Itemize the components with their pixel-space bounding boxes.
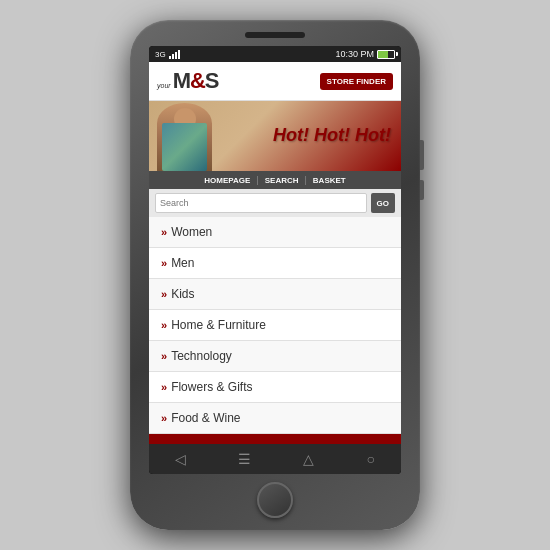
- ms-logo: your M&S: [157, 68, 219, 94]
- phone-bottom: [140, 482, 410, 518]
- logo-letters: M&S: [173, 68, 219, 94]
- nav-search[interactable]: SEARCH: [259, 176, 305, 185]
- menu-item-kids[interactable]: » Kids: [149, 279, 401, 310]
- search-bar: GO: [149, 189, 401, 217]
- battery-icon: [377, 50, 395, 59]
- status-right: 10:30 PM: [335, 49, 395, 59]
- status-bar: 3G 10:30 PM: [149, 46, 401, 62]
- phone-screen: 3G 10:30 PM your: [149, 46, 401, 474]
- chevron-icon: »: [161, 381, 167, 393]
- screen-content: your M&S STORE FINDER Hot! Hot! Hot! HOM…: [149, 62, 401, 444]
- menu-item-technology[interactable]: » Technology: [149, 341, 401, 372]
- menu-item-women[interactable]: » Women: [149, 217, 401, 248]
- search-input[interactable]: [155, 193, 367, 213]
- search-icon[interactable]: ○: [366, 451, 374, 467]
- time-display: 10:30 PM: [335, 49, 374, 59]
- menu-item-label: Home & Furniture: [171, 318, 266, 332]
- menu-item-men[interactable]: » Men: [149, 248, 401, 279]
- power-button[interactable]: [420, 140, 424, 170]
- menu-item-label: Technology: [171, 349, 232, 363]
- volume-button[interactable]: [420, 180, 424, 200]
- home-button[interactable]: [257, 482, 293, 518]
- menu-icon[interactable]: ☰: [238, 451, 251, 467]
- menu-list: » Women » Men » Kids » Home & Furniture …: [149, 217, 401, 444]
- menu-item-offers[interactable]: » Offers: [149, 434, 401, 444]
- chevron-icon: »: [161, 319, 167, 331]
- phone-frame: 3G 10:30 PM your: [130, 20, 420, 530]
- banner-model-image: [157, 103, 212, 171]
- menu-item-label: Flowers & Gifts: [171, 380, 252, 394]
- chevron-icon: »: [161, 350, 167, 362]
- store-finder-button[interactable]: STORE FINDER: [320, 73, 393, 90]
- speaker: [245, 32, 305, 38]
- nav-bar: HOMEPAGE | SEARCH | BASKET: [149, 171, 401, 189]
- network-indicator: 3G: [155, 50, 166, 59]
- logo-your: your: [157, 82, 171, 89]
- chevron-icon: »: [161, 288, 167, 300]
- menu-item-label: Men: [171, 256, 194, 270]
- status-left: 3G: [155, 50, 180, 59]
- menu-item-home-furniture[interactable]: » Home & Furniture: [149, 310, 401, 341]
- menu-item-label: Kids: [171, 287, 194, 301]
- chevron-icon: »: [161, 226, 167, 238]
- nav-basket[interactable]: BASKET: [307, 176, 352, 185]
- back-icon[interactable]: ◁: [175, 451, 186, 467]
- banner-text: Hot! Hot! Hot!: [273, 126, 391, 146]
- signal-bars: [169, 50, 180, 59]
- chevron-icon: »: [161, 412, 167, 424]
- chevron-icon: »: [161, 257, 167, 269]
- menu-item-flowers-gifts[interactable]: » Flowers & Gifts: [149, 372, 401, 403]
- search-go-button[interactable]: GO: [371, 193, 395, 213]
- home-icon[interactable]: △: [303, 451, 314, 467]
- ms-header: your M&S STORE FINDER: [149, 62, 401, 101]
- menu-item-food-wine[interactable]: » Food & Wine: [149, 403, 401, 434]
- hero-banner: Hot! Hot! Hot!: [149, 101, 401, 171]
- menu-item-label: Food & Wine: [171, 411, 240, 425]
- nav-homepage[interactable]: HOMEPAGE: [198, 176, 256, 185]
- menu-item-label: Women: [171, 225, 212, 239]
- phone-nav-bar: ◁ ☰ △ ○: [149, 444, 401, 474]
